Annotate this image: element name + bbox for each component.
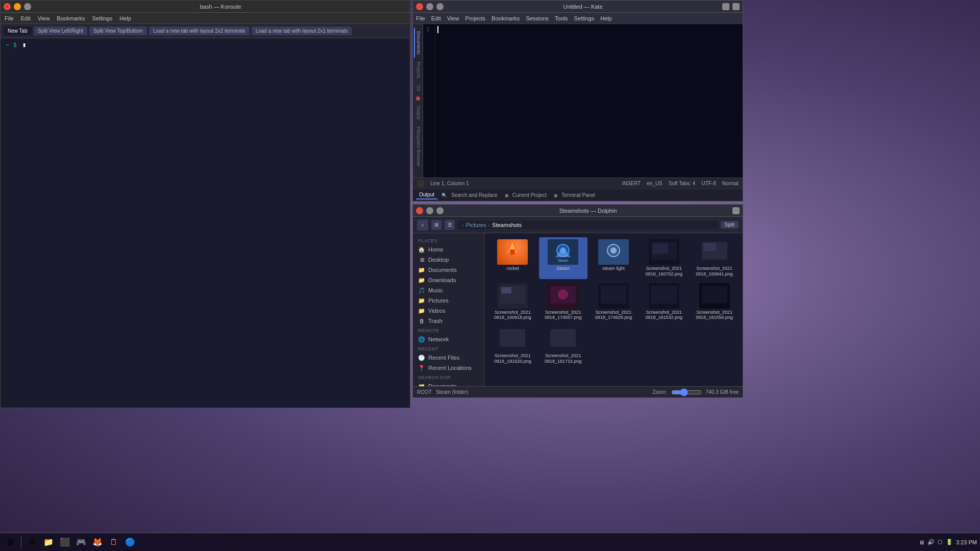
kate-sidebar-tab-output[interactable]: Output bbox=[414, 103, 422, 122]
kate-terminal-icon: ◼ bbox=[554, 193, 557, 198]
kate-menu-file[interactable]: File bbox=[416, 15, 425, 21]
terminal-tab-new[interactable]: New Tab bbox=[4, 27, 32, 35]
sidebar-item-desktop[interactable]: 🖥 Desktop bbox=[413, 255, 484, 265]
kate-menu-bookmarks[interactable]: Bookmarks bbox=[492, 15, 520, 21]
kate-menu-sessions[interactable]: Sessions bbox=[526, 15, 549, 21]
file-item-ss4[interactable]: Screenshot_20210818_174057.png bbox=[539, 281, 587, 323]
kate-menu-tools[interactable]: Tools bbox=[555, 15, 568, 21]
kate-bottom-tab-output[interactable]: Output bbox=[416, 191, 437, 199]
sidebar-item-downloads[interactable]: 📁 Downloads bbox=[413, 275, 484, 285]
dolphin-view-icons-button[interactable]: ⊞ bbox=[431, 220, 442, 230]
kate-sidebar-tab-projects[interactable]: Projects bbox=[414, 59, 422, 82]
terminal-menu-settings[interactable]: Settings bbox=[92, 15, 112, 21]
taskbar-blue-app[interactable]: 🔵 bbox=[123, 535, 137, 549]
terminal-minimize-button[interactable] bbox=[14, 3, 21, 10]
sidebar-item-music[interactable]: 🎵 Music bbox=[413, 285, 484, 295]
dolphin-maximize-button[interactable] bbox=[436, 207, 444, 214]
terminal-menu-edit[interactable]: Edit bbox=[21, 15, 31, 21]
taskbar-firefox[interactable]: 🦊 bbox=[90, 535, 105, 549]
firefox-icon: 🦊 bbox=[92, 537, 103, 547]
breadcrumb-steamshots[interactable]: Steamshots bbox=[492, 222, 522, 228]
taskbar-settings[interactable]: ⚙ bbox=[25, 535, 39, 549]
file-thumb-ss2 bbox=[699, 239, 730, 265]
kate-menu-help[interactable]: Help bbox=[600, 15, 612, 21]
dolphin-view-list-button[interactable]: ☰ bbox=[445, 220, 455, 230]
search-documents-icon: 📁 bbox=[418, 383, 425, 386]
file-item-ss5[interactable]: Screenshot_20210818_174628.png bbox=[590, 281, 638, 323]
file-item-ss3[interactable]: Screenshot_20210818_160918.png bbox=[488, 281, 537, 323]
terminal-menu-view[interactable]: View bbox=[38, 15, 50, 21]
terminal-menubar: File Edit View Bookmarks Settings Help bbox=[1, 13, 410, 24]
taskbar-volume-icon[interactable]: 🔊 bbox=[927, 539, 935, 545]
kate-cursor bbox=[437, 26, 438, 33]
dolphin-back-button[interactable]: ‹ bbox=[417, 219, 428, 231]
videos-icon: 📁 bbox=[418, 307, 425, 314]
taskbar-bluetooth-icon[interactable]: ⬡ bbox=[938, 539, 943, 545]
terminal-cursor: ▮ bbox=[22, 41, 26, 48]
file-label-ss3: Screenshot_20210818_160918.png bbox=[494, 310, 532, 321]
sidebar-item-recent-files[interactable]: 🕐 Recent Files bbox=[413, 353, 484, 363]
downloads-icon: 📁 bbox=[418, 277, 425, 284]
file-item-steam-light[interactable]: steam light bbox=[590, 237, 638, 279]
sidebar-item-videos[interactable]: 📁 Videos bbox=[413, 306, 484, 316]
terminal-tab-split-lr[interactable]: Split View Left/Right bbox=[34, 27, 87, 35]
file-item-ss2[interactable]: Screenshot_20210818_160841.png bbox=[690, 237, 739, 279]
terminal-tab-2x2[interactable]: Load a new tab with layout 2x2 terminals bbox=[149, 27, 250, 35]
file-item-steam[interactable]: Steam Steam bbox=[539, 237, 587, 279]
kate-search-icon: 🔍 bbox=[442, 193, 447, 198]
kate-close-button[interactable] bbox=[416, 3, 423, 10]
kate-menu-edit[interactable]: Edit bbox=[431, 15, 441, 21]
kate-sidebar-tab-documents[interactable]: Documents bbox=[414, 28, 422, 58]
sidebar-item-home[interactable]: 🏠 Home bbox=[413, 244, 484, 255]
dolphin-title: Steamshots — Dolphin bbox=[447, 208, 729, 214]
taskbar-app-launcher[interactable]: ⊞ bbox=[3, 535, 17, 549]
kate-bottom-tab-project[interactable]: Current Project bbox=[509, 191, 550, 199]
terminal-tab-split-tb[interactable]: Split View Top/Bottom bbox=[89, 27, 147, 35]
file-item-ss9[interactable]: Screenshot_20210818_181716.png bbox=[539, 324, 587, 366]
sidebar-item-network[interactable]: 🌐 Network bbox=[413, 334, 484, 344]
taskbar-steam[interactable]: 🎮 bbox=[74, 535, 88, 549]
file-item-ss7[interactable]: Screenshot_20210818_181556.png bbox=[690, 281, 739, 323]
breadcrumb-pictures[interactable]: Pictures bbox=[466, 222, 486, 228]
terminal-close-button[interactable]: × bbox=[4, 3, 11, 10]
breadcrumb-arrow: › bbox=[462, 222, 464, 228]
sidebar-search-documents[interactable]: 📁 Documents bbox=[413, 381, 484, 386]
file-item-ss8[interactable]: Screenshot_20210818_181620.png bbox=[488, 324, 537, 366]
terminal-tab-2x1[interactable]: Load a new tab with layout 2x1 terminals bbox=[252, 27, 352, 35]
file-item-ss6[interactable]: Screenshot_20210818_181532.png bbox=[640, 281, 688, 323]
zoom-slider[interactable] bbox=[671, 388, 702, 396]
dolphin-breadcrumb: › Pictures › Steamshots bbox=[458, 221, 718, 229]
network-icon: 🌐 bbox=[418, 336, 425, 343]
file-item-rocket[interactable]: rocket bbox=[488, 237, 537, 279]
sidebar-item-recent-locations[interactable]: 📍 Recent Locations bbox=[413, 363, 484, 373]
terminal-maximize-button[interactable] bbox=[24, 3, 31, 10]
kate-minimize-button[interactable] bbox=[426, 3, 433, 10]
dolphin-split-button[interactable]: Split bbox=[721, 221, 739, 229]
taskbar-terminal[interactable]: ⬛ bbox=[58, 535, 72, 549]
kate-menu-projects[interactable]: Projects bbox=[465, 15, 485, 21]
kate-maximize-button[interactable] bbox=[436, 3, 444, 10]
kate-bottom-tab-search[interactable]: Search and Replace bbox=[448, 191, 501, 199]
kate-menu-view[interactable]: View bbox=[447, 15, 459, 21]
dolphin-close-button[interactable] bbox=[416, 207, 423, 214]
kate-bottom-tab-terminal[interactable]: Terminal Panel bbox=[558, 191, 598, 199]
kate-editor-area[interactable] bbox=[435, 24, 743, 178]
dolphin-menu-btn[interactable] bbox=[732, 207, 740, 214]
sidebar-item-documents[interactable]: 📁 Documents bbox=[413, 265, 484, 275]
file-item-ss1[interactable]: Screenshot_20210818_160702.png bbox=[640, 237, 688, 279]
kate-toolbar-btn1[interactable] bbox=[722, 3, 729, 10]
kate-sidebar-tab-filesystem[interactable]: Filesystem Browser bbox=[414, 123, 422, 170]
taskbar-file-manager[interactable]: 📁 bbox=[41, 535, 56, 549]
terminal-menu-file[interactable]: File bbox=[5, 15, 14, 21]
dolphin-minimize-button[interactable] bbox=[426, 207, 433, 214]
kate-sidebar-tab-git[interactable]: Git bbox=[414, 82, 422, 94]
sidebar-item-pictures[interactable]: 📁 Pictures bbox=[413, 295, 484, 306]
kate-menu-settings[interactable]: Settings bbox=[574, 15, 594, 21]
terminal-menu-help[interactable]: Help bbox=[119, 15, 131, 21]
kate-toolbar-btn2[interactable] bbox=[732, 3, 740, 10]
sidebar-item-trash[interactable]: 🗑 Trash bbox=[413, 316, 484, 326]
taskbar-clipboard[interactable]: 🗒 bbox=[107, 535, 121, 549]
terminal-menu-bookmarks[interactable]: Bookmarks bbox=[57, 15, 85, 21]
kate-editor-main[interactable]: 1 bbox=[423, 24, 743, 178]
terminal-content[interactable]: ~ $ ▮ bbox=[1, 38, 410, 408]
